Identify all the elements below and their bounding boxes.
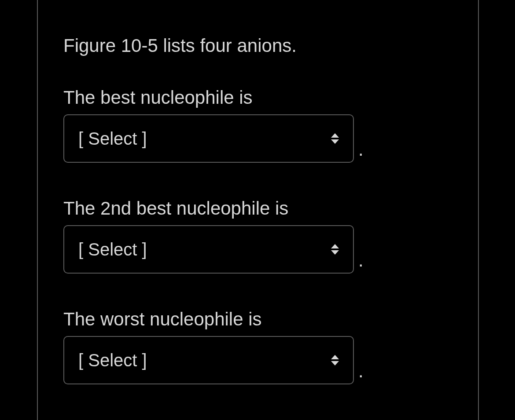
chevron-up-down-icon <box>329 353 341 367</box>
select-second-best-nucleophile[interactable]: [ Select ] <box>63 225 354 274</box>
outer-container: Figure 10-5 lists four anions. The best … <box>0 0 515 420</box>
select-worst-nucleophile[interactable]: [ Select ] <box>63 336 354 384</box>
question-panel: Figure 10-5 lists four anions. The best … <box>37 0 479 420</box>
chevron-up-down-icon <box>329 131 341 146</box>
prompt-text: The 2nd best nucleophile is <box>63 198 452 219</box>
trailing-period: . <box>358 250 364 274</box>
trailing-period: . <box>358 361 364 384</box>
intro-text: Figure 10-5 lists four anions. <box>63 35 452 56</box>
prompt-text: The best nucleophile is <box>63 87 452 108</box>
select-placeholder: [ Select ] <box>78 351 147 370</box>
question-block-worst: The worst nucleophile is [ Select ] . <box>63 309 452 384</box>
select-row: [ Select ] . <box>63 225 452 274</box>
chevron-up-down-icon <box>329 242 341 256</box>
select-row: [ Select ] . <box>63 336 452 384</box>
trailing-period: . <box>358 139 364 163</box>
question-block-second-best: The 2nd best nucleophile is [ Select ] . <box>63 198 452 274</box>
select-placeholder: [ Select ] <box>78 129 147 149</box>
select-best-nucleophile[interactable]: [ Select ] <box>63 114 354 163</box>
question-block-best: The best nucleophile is [ Select ] . <box>63 87 452 163</box>
select-placeholder: [ Select ] <box>78 240 147 259</box>
prompt-text: The worst nucleophile is <box>63 309 452 330</box>
select-row: [ Select ] . <box>63 114 452 163</box>
